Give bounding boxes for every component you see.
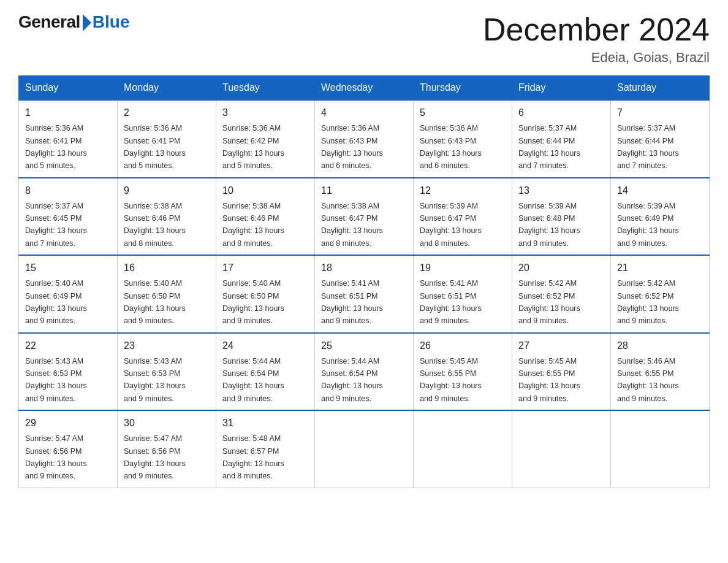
day-number: 1 [25,105,111,120]
day-number: 16 [124,261,210,275]
day-number: 21 [617,261,703,275]
header-friday: Friday [512,76,611,101]
calendar-cell: 1 Sunrise: 5:36 AMSunset: 6:41 PMDayligh… [19,100,118,178]
day-number: 11 [321,183,407,198]
day-info: Sunrise: 5:45 AMSunset: 6:55 PMDaylight:… [420,357,482,403]
day-number: 28 [617,339,703,353]
calendar-cell: 5 Sunrise: 5:36 AMSunset: 6:43 PMDayligh… [414,100,512,178]
calendar-cell [414,410,512,488]
day-number: 17 [222,261,308,275]
logo-arrow-icon [83,14,91,31]
calendar-cell: 25 Sunrise: 5:44 AMSunset: 6:54 PMDaylig… [315,333,414,411]
calendar-cell: 10 Sunrise: 5:38 AMSunset: 6:46 PMDaylig… [216,178,315,256]
day-info: Sunrise: 5:42 AMSunset: 6:52 PMDaylight:… [617,279,679,325]
day-number: 31 [222,416,308,431]
calendar-cell: 24 Sunrise: 5:44 AMSunset: 6:54 PMDaylig… [216,333,315,411]
week-row-4: 22 Sunrise: 5:43 AMSunset: 6:53 PMDaylig… [19,333,710,411]
day-number: 8 [25,183,111,198]
day-number: 12 [420,183,506,198]
day-info: Sunrise: 5:36 AMSunset: 6:43 PMDaylight:… [420,124,482,170]
header-monday: Monday [118,76,216,101]
day-number: 2 [124,105,210,120]
day-info: Sunrise: 5:36 AMSunset: 6:41 PMDaylight:… [25,124,87,170]
day-info: Sunrise: 5:43 AMSunset: 6:53 PMDaylight:… [124,357,186,403]
week-row-2: 8 Sunrise: 5:37 AMSunset: 6:45 PMDayligh… [19,178,710,256]
day-info: Sunrise: 5:37 AMSunset: 6:44 PMDaylight:… [518,124,580,170]
day-info: Sunrise: 5:39 AMSunset: 6:48 PMDaylight:… [518,202,580,248]
day-number: 10 [222,183,308,198]
calendar-cell: 29 Sunrise: 5:47 AMSunset: 6:56 PMDaylig… [19,410,118,488]
header-thursday: Thursday [414,76,512,101]
calendar-cell: 26 Sunrise: 5:45 AMSunset: 6:55 PMDaylig… [414,333,512,411]
calendar-cell: 11 Sunrise: 5:38 AMSunset: 6:47 PMDaylig… [315,178,414,256]
month-title: December 2024 [483,12,710,47]
day-info: Sunrise: 5:37 AMSunset: 6:45 PMDaylight:… [25,202,87,248]
calendar-cell: 3 Sunrise: 5:36 AMSunset: 6:42 PMDayligh… [216,100,315,178]
day-info: Sunrise: 5:36 AMSunset: 6:41 PMDaylight:… [124,124,186,170]
calendar-cell: 15 Sunrise: 5:40 AMSunset: 6:49 PMDaylig… [19,255,118,333]
day-number: 19 [420,261,506,275]
day-number: 18 [321,261,407,275]
calendar-cell: 30 Sunrise: 5:47 AMSunset: 6:56 PMDaylig… [118,410,216,488]
calendar-cell: 8 Sunrise: 5:37 AMSunset: 6:45 PMDayligh… [19,178,118,256]
week-row-3: 15 Sunrise: 5:40 AMSunset: 6:49 PMDaylig… [19,255,710,333]
day-info: Sunrise: 5:36 AMSunset: 6:42 PMDaylight:… [222,124,284,170]
week-row-1: 1 Sunrise: 5:36 AMSunset: 6:41 PMDayligh… [19,100,710,178]
calendar-cell: 4 Sunrise: 5:36 AMSunset: 6:43 PMDayligh… [315,100,414,178]
day-info: Sunrise: 5:40 AMSunset: 6:50 PMDaylight:… [222,279,284,325]
calendar-cell: 2 Sunrise: 5:36 AMSunset: 6:41 PMDayligh… [118,100,216,178]
calendar-cell: 31 Sunrise: 5:48 AMSunset: 6:57 PMDaylig… [216,410,315,488]
day-info: Sunrise: 5:45 AMSunset: 6:55 PMDaylight:… [518,357,580,403]
logo: General Blue [18,12,129,32]
calendar-cell: 23 Sunrise: 5:43 AMSunset: 6:53 PMDaylig… [118,333,216,411]
day-info: Sunrise: 5:38 AMSunset: 6:47 PMDaylight:… [321,202,383,248]
day-number: 15 [25,261,111,275]
day-info: Sunrise: 5:38 AMSunset: 6:46 PMDaylight:… [124,202,186,248]
logo-general-text: General [18,12,80,32]
header-tuesday: Tuesday [216,76,315,101]
calendar-cell: 13 Sunrise: 5:39 AMSunset: 6:48 PMDaylig… [512,178,611,256]
calendar-cell: 9 Sunrise: 5:38 AMSunset: 6:46 PMDayligh… [118,178,216,256]
day-info: Sunrise: 5:48 AMSunset: 6:57 PMDaylight:… [222,434,284,480]
header-sunday: Sunday [19,76,118,101]
day-info: Sunrise: 5:39 AMSunset: 6:49 PMDaylight:… [617,202,679,248]
header-wednesday: Wednesday [315,76,414,101]
day-number: 25 [321,339,407,353]
day-number: 13 [518,183,604,198]
calendar-cell: 17 Sunrise: 5:40 AMSunset: 6:50 PMDaylig… [216,255,315,333]
day-number: 22 [25,339,111,353]
day-number: 27 [518,339,604,353]
day-number: 6 [518,105,604,120]
day-info: Sunrise: 5:40 AMSunset: 6:50 PMDaylight:… [124,279,186,325]
calendar-cell: 18 Sunrise: 5:41 AMSunset: 6:51 PMDaylig… [315,255,414,333]
day-info: Sunrise: 5:36 AMSunset: 6:43 PMDaylight:… [321,124,383,170]
day-number: 26 [420,339,506,353]
day-info: Sunrise: 5:47 AMSunset: 6:56 PMDaylight:… [25,434,87,480]
week-row-5: 29 Sunrise: 5:47 AMSunset: 6:56 PMDaylig… [19,410,710,488]
location-subtitle: Edeia, Goias, Brazil [483,50,710,66]
calendar-cell: 6 Sunrise: 5:37 AMSunset: 6:44 PMDayligh… [512,100,611,178]
page-header: General Blue December 2024 Edeia, Goias,… [18,12,710,66]
day-info: Sunrise: 5:47 AMSunset: 6:56 PMDaylight:… [124,434,186,480]
day-info: Sunrise: 5:41 AMSunset: 6:51 PMDaylight:… [420,279,482,325]
calendar-cell: 28 Sunrise: 5:46 AMSunset: 6:55 PMDaylig… [611,333,710,411]
day-info: Sunrise: 5:39 AMSunset: 6:47 PMDaylight:… [420,202,482,248]
day-info: Sunrise: 5:38 AMSunset: 6:46 PMDaylight:… [222,202,284,248]
day-number: 29 [25,416,111,431]
calendar-cell: 7 Sunrise: 5:37 AMSunset: 6:44 PMDayligh… [611,100,710,178]
calendar-cell: 14 Sunrise: 5:39 AMSunset: 6:49 PMDaylig… [611,178,710,256]
day-info: Sunrise: 5:42 AMSunset: 6:52 PMDaylight:… [518,279,580,325]
calendar-cell: 21 Sunrise: 5:42 AMSunset: 6:52 PMDaylig… [611,255,710,333]
day-number: 5 [420,105,506,120]
day-number: 20 [518,261,604,275]
calendar-cell [611,410,710,488]
day-info: Sunrise: 5:44 AMSunset: 6:54 PMDaylight:… [321,357,383,403]
day-info: Sunrise: 5:41 AMSunset: 6:51 PMDaylight:… [321,279,383,325]
calendar-table: SundayMondayTuesdayWednesdayThursdayFrid… [18,75,710,488]
calendar-header-row: SundayMondayTuesdayWednesdayThursdayFrid… [19,76,710,101]
calendar-cell: 27 Sunrise: 5:45 AMSunset: 6:55 PMDaylig… [512,333,611,411]
day-number: 30 [124,416,210,431]
day-number: 24 [222,339,308,353]
day-number: 14 [617,183,703,198]
calendar-cell: 22 Sunrise: 5:43 AMSunset: 6:53 PMDaylig… [19,333,118,411]
